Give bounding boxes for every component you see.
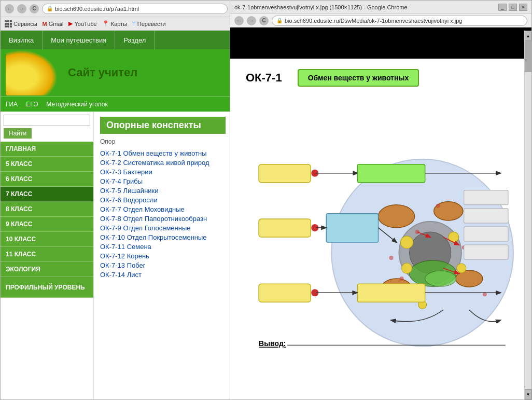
- scrollbar[interactable]: ▲ ▼: [524, 31, 531, 399]
- list-item: ОК-7-13 Побег: [100, 261, 226, 269]
- refresh-button[interactable]: C: [30, 4, 39, 13]
- site-title: Сайт учител: [68, 66, 137, 79]
- minimize-button[interactable]: _: [498, 4, 507, 11]
- diagram-code: ОК-7-1: [246, 71, 282, 85]
- sec-nav-metodic[interactable]: Методический уголок: [46, 101, 107, 108]
- link-ok712[interactable]: ОК-7-12 Корень: [100, 252, 149, 260]
- link-ok75[interactable]: ОК-7-5 Лишайники: [100, 187, 159, 195]
- content-area: Найти ГЛАВНАЯ 5 КЛАСС 6 КЛАСС 7 КЛАСС 8 …: [1, 112, 232, 400]
- scroll-up-button[interactable]: ▲: [525, 31, 531, 41]
- sidebar-item-glavnaya[interactable]: ГЛАВНАЯ: [1, 142, 93, 157]
- left-browser-window: ← → C 🔒 bio.sch690.edusite.ru/p7aa1.html…: [0, 0, 232, 400]
- list-item: ОК-7-3 Бактерии: [100, 168, 226, 176]
- sidebar-item-8klass[interactable]: 8 КЛАСС: [1, 202, 93, 217]
- right-title-bar: ok-7-1obmenveshaestvujivotnyi x.jpg (150…: [230, 1, 531, 14]
- sidebar-item-profilniy[interactable]: ПРОФИЛЬНЫЙ УРОВЕНЬ: [1, 277, 93, 298]
- link-ok77[interactable]: ОК-7-7 Отдел Моховидные: [100, 205, 185, 213]
- left-url: bio.sch690.edusite.ru/p7aa1.html: [55, 6, 139, 12]
- breadcrumb: Опор: [100, 138, 226, 145]
- link-ok710[interactable]: ОК-7-10 Отдел Покрытосеменные: [100, 233, 207, 241]
- bookmark-gmail[interactable]: M Gmail: [43, 21, 64, 27]
- gmail-icon: M: [43, 21, 47, 27]
- link-ok72[interactable]: ОК-7-2 Систематика живой природ: [100, 159, 209, 167]
- search-input[interactable]: [4, 115, 90, 126]
- list-item: ОК-7-14 Лист: [100, 271, 226, 279]
- sidebar-item-6klass[interactable]: 6 КЛАСС: [1, 172, 93, 187]
- list-item: ОК-7-10 Отдел Покрытосеменные: [100, 233, 226, 241]
- sidebar-item-7klass[interactable]: 7 КЛАСС: [1, 187, 93, 202]
- bookmark-maps[interactable]: 📍 Карты: [102, 20, 127, 27]
- secondary-nav: ГИА ЕГЭ Методический уголок: [1, 96, 232, 112]
- scroll-down-button[interactable]: ▼: [525, 389, 531, 399]
- sidebar-item-5klass[interactable]: 5 КЛАСС: [1, 157, 93, 172]
- link-ok714[interactable]: ОК-7-14 Лист: [100, 271, 142, 279]
- svg-rect-26: [464, 190, 508, 205]
- lock-icon: 🔒: [47, 6, 53, 11]
- svg-point-9: [401, 236, 413, 249]
- sidebar: Найти ГЛАВНАЯ 5 КЛАСС 6 КЛАСС 7 КЛАСС 8 …: [1, 112, 94, 400]
- site-nav: Визитка Мои путешествия Раздел: [1, 31, 232, 49]
- list-item: ОК-7-4 Грибы: [100, 177, 226, 185]
- scroll-thumb[interactable]: [525, 41, 531, 72]
- svg-rect-28: [259, 219, 311, 237]
- svg-rect-40: [357, 284, 425, 302]
- right-back-button[interactable]: ←: [234, 16, 244, 25]
- main-content: Опорные конспекты Опор ОК-7-1 Обмен веще…: [94, 112, 232, 400]
- svg-rect-21: [259, 164, 311, 183]
- svg-rect-38: [259, 284, 311, 302]
- bookmarks-bar: Сервисы M Gmail ▶ YouTube 📍 Карты T Пере…: [1, 17, 232, 31]
- right-address-bar[interactable]: 🔒 bio.sch690.edusite.ru/DswMedia/ok-7-1o…: [272, 16, 527, 26]
- flower-image: [6, 50, 58, 95]
- list-item: ОК-7-5 Лишайники: [100, 187, 226, 195]
- metabolism-diagram: Вывод:: [246, 97, 516, 384]
- link-ok73[interactable]: ОК-7-3 Бактерии: [100, 168, 152, 176]
- close-button[interactable]: ✕: [519, 4, 527, 11]
- translate-icon: T: [132, 21, 136, 27]
- right-forward-button[interactable]: →: [247, 16, 256, 25]
- apps-icon: [5, 20, 12, 27]
- svg-point-1: [378, 205, 414, 228]
- list-item: ОК-7-2 Систематика живой природ: [100, 159, 226, 167]
- sidebar-item-ekologia[interactable]: ЭКОЛОГИЯ: [1, 262, 93, 277]
- svg-rect-30: [326, 214, 378, 242]
- svg-point-12: [457, 264, 466, 273]
- nav-tab-vizitka[interactable]: Визитка: [1, 31, 43, 49]
- right-refresh-button[interactable]: C: [259, 16, 269, 25]
- site-header: Сайт учител: [1, 49, 232, 96]
- bookmark-translate[interactable]: T Перевести: [132, 21, 166, 27]
- sec-nav-ege[interactable]: ЕГЭ: [26, 101, 38, 108]
- svg-rect-24: [357, 164, 425, 183]
- link-ok76[interactable]: ОК-7-6 Водоросли: [100, 196, 158, 204]
- list-item: ОК-7-12 Корень: [100, 252, 226, 260]
- link-ok711[interactable]: ОК-7-11 Семена: [100, 243, 151, 251]
- link-ok79[interactable]: ОК-7-9 Отдел Голосеменные: [100, 224, 191, 232]
- sidebar-item-11klass[interactable]: 11 КЛАСС: [1, 247, 93, 262]
- link-ok71[interactable]: ОК-7-1 Обмен веществ у животны: [100, 149, 207, 157]
- left-address-bar[interactable]: 🔒 bio.sch690.edusite.ru/p7aa1.html: [42, 4, 228, 14]
- diagram-badge: Обмен веществ у животных: [298, 69, 419, 87]
- link-list: ОК-7-1 Обмен веществ у животны ОК-7-2 Си…: [100, 149, 226, 279]
- svg-point-11: [402, 263, 412, 273]
- right-browser-window: ok-7-1obmenveshaestvujivotnyi x.jpg (150…: [230, 0, 532, 400]
- list-item: ОК-7-6 Водоросли: [100, 196, 226, 204]
- nav-tab-razdel[interactable]: Раздел: [115, 31, 155, 49]
- bookmark-gmail-label: Gmail: [49, 21, 64, 27]
- bookmark-youtube[interactable]: ▶ YouTube: [68, 20, 96, 27]
- nav-tab-travels[interactable]: Мои путешествия: [43, 31, 115, 49]
- link-ok74[interactable]: ОК-7-4 Грибы: [100, 177, 143, 185]
- link-ok713[interactable]: ОК-7-13 Побег: [100, 261, 146, 269]
- back-button[interactable]: ←: [5, 4, 14, 13]
- link-ok78[interactable]: ОК-7-8 Отдел Папоротникообразн: [100, 215, 207, 223]
- bookmark-apps[interactable]: Сервисы: [5, 20, 37, 27]
- bookmark-youtube-label: YouTube: [74, 21, 96, 27]
- sec-nav-gia[interactable]: ГИА: [6, 101, 18, 108]
- svg-rect-34: [464, 245, 508, 259]
- search-box: Найти: [1, 112, 93, 142]
- maximize-button[interactable]: □: [509, 4, 517, 11]
- forward-button[interactable]: →: [17, 4, 26, 13]
- sidebar-item-10klass[interactable]: 10 КЛАСС: [1, 232, 93, 247]
- sidebar-item-9klass[interactable]: 9 КЛАСС: [1, 217, 93, 232]
- svg-point-14: [389, 256, 394, 260]
- list-item: ОК-7-11 Семена: [100, 243, 226, 251]
- search-button[interactable]: Найти: [4, 128, 32, 139]
